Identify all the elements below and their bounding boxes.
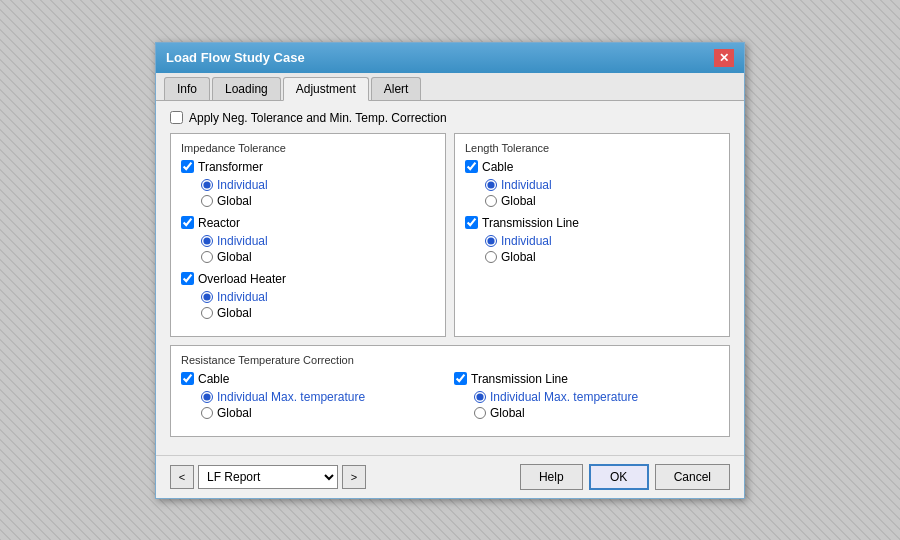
- cable-check-row: Cable: [465, 160, 719, 174]
- footer-right: Help OK Cancel: [520, 464, 730, 490]
- tab-info[interactable]: Info: [164, 77, 210, 100]
- cable-global-radio[interactable]: [485, 195, 497, 207]
- length-tolerance-box: Length Tolerance Cable Individual Global: [454, 133, 730, 337]
- overload-heater-global-row: Global: [201, 306, 435, 320]
- res-cable-individual-radio[interactable]: [201, 391, 213, 403]
- help-button[interactable]: Help: [520, 464, 583, 490]
- overload-heater-individual-label: Individual: [217, 290, 268, 304]
- cable-individual-row: Individual: [485, 178, 719, 192]
- reactor-global-radio[interactable]: [201, 251, 213, 263]
- report-select[interactable]: LF Report: [198, 465, 338, 489]
- transformer-global-row: Global: [201, 194, 435, 208]
- reactor-individual-radio[interactable]: [201, 235, 213, 247]
- tab-loading[interactable]: Loading: [212, 77, 281, 100]
- transformer-global-label: Global: [217, 194, 252, 208]
- overload-heater-checkbox[interactable]: [181, 272, 194, 285]
- impedance-tolerance-box: Impedance Tolerance Transformer Individu…: [170, 133, 446, 337]
- reactor-checkbox[interactable]: [181, 216, 194, 229]
- reactor-radio-group: Individual Global: [201, 234, 435, 264]
- res-cable-global-row: Global: [201, 406, 446, 420]
- res-cable-individual-label: Individual Max. temperature: [217, 390, 365, 404]
- res-transline-checkbox[interactable]: [454, 372, 467, 385]
- resistance-cable-col: Cable Individual Max. temperature Global: [181, 372, 446, 428]
- res-transline-individual-row: Individual Max. temperature: [474, 390, 719, 404]
- reactor-label: Reactor: [198, 216, 240, 230]
- reactor-global-row: Global: [201, 250, 435, 264]
- reactor-individual-label: Individual: [217, 234, 268, 248]
- cable-global-label: Global: [501, 194, 536, 208]
- res-cable-check-row: Cable: [181, 372, 446, 386]
- tab-adjustment[interactable]: Adjustment: [283, 77, 369, 101]
- overload-heater-check-row: Overload Heater: [181, 272, 435, 286]
- transformer-check-row: Transformer: [181, 160, 435, 174]
- footer-left: < LF Report >: [170, 465, 366, 489]
- res-cable-global-label: Global: [217, 406, 252, 420]
- tolerance-section-row: Impedance Tolerance Transformer Individu…: [170, 133, 730, 337]
- transmission-line-label: Transmission Line: [482, 216, 579, 230]
- resistance-row: Cable Individual Max. temperature Global: [181, 372, 719, 428]
- resistance-temp-title: Resistance Temperature Correction: [181, 354, 719, 366]
- res-transline-individual-label: Individual Max. temperature: [490, 390, 638, 404]
- transformer-global-radio[interactable]: [201, 195, 213, 207]
- transmission-line-global-radio[interactable]: [485, 251, 497, 263]
- cancel-button[interactable]: Cancel: [655, 464, 730, 490]
- res-cable-checkbox[interactable]: [181, 372, 194, 385]
- tab-alert[interactable]: Alert: [371, 77, 422, 100]
- dialog: Load Flow Study Case ✕ Info Loading Adju…: [155, 42, 745, 499]
- reactor-global-label: Global: [217, 250, 252, 264]
- transmission-line-check-row: Transmission Line: [465, 216, 719, 230]
- transmission-line-checkbox[interactable]: [465, 216, 478, 229]
- transformer-label: Transformer: [198, 160, 263, 174]
- res-transline-global-radio[interactable]: [474, 407, 486, 419]
- apply-label: Apply Neg. Tolerance and Min. Temp. Corr…: [189, 111, 447, 125]
- footer: < LF Report > Help OK Cancel: [156, 455, 744, 498]
- res-transline-individual-radio[interactable]: [474, 391, 486, 403]
- resistance-temp-section: Resistance Temperature Correction Cable …: [170, 345, 730, 437]
- cable-individual-radio[interactable]: [485, 179, 497, 191]
- res-transline-check-row: Transmission Line: [454, 372, 719, 386]
- overload-heater-individual-radio[interactable]: [201, 291, 213, 303]
- apply-row: Apply Neg. Tolerance and Min. Temp. Corr…: [170, 111, 730, 125]
- transformer-individual-radio[interactable]: [201, 179, 213, 191]
- reactor-check-row: Reactor: [181, 216, 435, 230]
- overload-heater-radio-group: Individual Global: [201, 290, 435, 320]
- dialog-title: Load Flow Study Case: [166, 50, 305, 65]
- length-tolerance-title: Length Tolerance: [465, 142, 719, 154]
- transmission-line-individual-radio[interactable]: [485, 235, 497, 247]
- transformer-individual-row: Individual: [201, 178, 435, 192]
- tab-bar: Info Loading Adjustment Alert: [156, 73, 744, 101]
- transmission-line-individual-row: Individual: [485, 234, 719, 248]
- transformer-individual-label: Individual: [217, 178, 268, 192]
- transformer-checkbox[interactable]: [181, 160, 194, 173]
- res-cable-label: Cable: [198, 372, 229, 386]
- res-transline-label: Transmission Line: [471, 372, 568, 386]
- res-cable-radio-group: Individual Max. temperature Global: [201, 390, 446, 420]
- content-area: Apply Neg. Tolerance and Min. Temp. Corr…: [156, 101, 744, 455]
- apply-checkbox[interactable]: [170, 111, 183, 124]
- impedance-tolerance-title: Impedance Tolerance: [181, 142, 435, 154]
- transmission-line-individual-label: Individual: [501, 234, 552, 248]
- title-bar: Load Flow Study Case ✕: [156, 43, 744, 73]
- resistance-transline-col: Transmission Line Individual Max. temper…: [454, 372, 719, 428]
- cable-checkbox[interactable]: [465, 160, 478, 173]
- cable-individual-label: Individual: [501, 178, 552, 192]
- overload-heater-global-radio[interactable]: [201, 307, 213, 319]
- res-cable-individual-row: Individual Max. temperature: [201, 390, 446, 404]
- res-transline-global-label: Global: [490, 406, 525, 420]
- transformer-radio-group: Individual Global: [201, 178, 435, 208]
- ok-button[interactable]: OK: [589, 464, 649, 490]
- res-transline-radio-group: Individual Max. temperature Global: [474, 390, 719, 420]
- cable-global-row: Global: [485, 194, 719, 208]
- next-button[interactable]: >: [342, 465, 366, 489]
- res-cable-global-radio[interactable]: [201, 407, 213, 419]
- transmission-line-global-label: Global: [501, 250, 536, 264]
- overload-heater-label: Overload Heater: [198, 272, 286, 286]
- overload-heater-individual-row: Individual: [201, 290, 435, 304]
- cable-radio-group: Individual Global: [485, 178, 719, 208]
- cable-label: Cable: [482, 160, 513, 174]
- res-transline-global-row: Global: [474, 406, 719, 420]
- reactor-individual-row: Individual: [201, 234, 435, 248]
- prev-button[interactable]: <: [170, 465, 194, 489]
- transmission-line-global-row: Global: [485, 250, 719, 264]
- close-button[interactable]: ✕: [714, 49, 734, 67]
